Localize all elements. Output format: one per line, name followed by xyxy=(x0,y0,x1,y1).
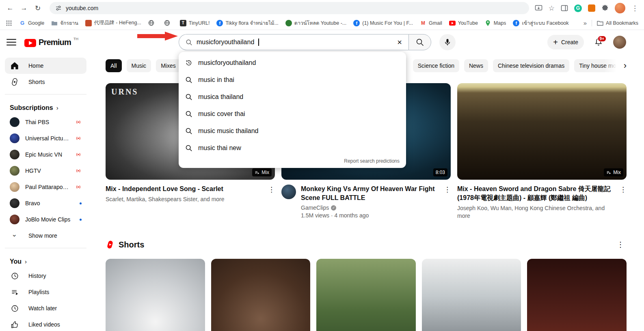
sidebar-channel-thai-pbs[interactable]: Thai PBS xyxy=(5,114,86,130)
logo-country-code: TH xyxy=(73,37,78,41)
sidebar-channel-bravo[interactable]: Bravo xyxy=(5,195,86,211)
mix-badge: Mix xyxy=(604,168,623,176)
sidebar-channel-paul-pattarapon[interactable]: Paul Pattarapon ... xyxy=(5,179,86,195)
search-suggestion[interactable]: music music thailand xyxy=(179,123,406,140)
logo-text: Premium xyxy=(39,38,71,47)
search-suggestion[interactable]: musicforyouthailand xyxy=(179,54,406,71)
video-menu-kebab[interactable]: ⋮ xyxy=(620,185,627,194)
bookmark-item[interactable]: TinyURL! xyxy=(180,20,210,26)
video-menu-kebab[interactable]: ⋮ xyxy=(268,185,275,194)
profile-avatar[interactable] xyxy=(613,36,626,49)
side-panel-icon[interactable] xyxy=(561,5,568,11)
sidebar-show-more[interactable]: › Show more xyxy=(5,228,86,244)
create-button[interactable]: + Create xyxy=(547,35,584,49)
bookmark-item[interactable]: ดาวน์โหลด Youtube -... xyxy=(285,19,346,27)
bookmark-item[interactable] xyxy=(148,20,157,26)
sidebar-channel-hgtv[interactable]: HGTV xyxy=(5,163,86,179)
chip-chinese-television-dramas[interactable]: Chinese television dramas xyxy=(493,59,569,72)
channel-name-row[interactable]: GameClips ✓ xyxy=(301,204,440,211)
menu-hamburger[interactable] xyxy=(6,39,16,45)
back-button[interactable]: ← xyxy=(4,2,16,14)
sidebar-item-shorts[interactable]: Shorts xyxy=(5,74,86,90)
short-thumbnail[interactable] xyxy=(211,259,311,331)
chip-mixes[interactable]: Mixes xyxy=(156,59,181,72)
text-caret xyxy=(258,39,259,46)
forward-button[interactable]: → xyxy=(18,2,30,14)
sidebar-item-history[interactable]: History xyxy=(5,268,86,284)
clear-search-button[interactable]: × xyxy=(395,38,404,47)
bookmark-item[interactable]: จักรยาน xyxy=(51,19,78,27)
bookmark-item[interactable]: (1) Music For You | F... xyxy=(353,20,413,26)
address-bar[interactable]: youtube.com xyxy=(50,2,529,14)
search-suggestions-dropdown: musicforyouthailand music in thai musica… xyxy=(179,52,406,168)
browser-profile-avatar[interactable] xyxy=(615,3,625,13)
short-thumbnail[interactable] xyxy=(527,259,627,331)
bookmark-item[interactable]: YouTube xyxy=(449,20,478,26)
notifications-button[interactable]: 9+ xyxy=(594,37,603,47)
sidebar-item-playlists[interactable]: Playlists xyxy=(5,284,86,300)
chip-all[interactable]: All xyxy=(106,59,122,72)
sidebar-channel-joblo-movie-clips[interactable]: JoBlo Movie Clips xyxy=(5,211,86,228)
you-section-header[interactable]: You › xyxy=(5,252,86,268)
chevron-right-icon: › xyxy=(25,258,27,265)
video-subtitle[interactable]: Scarlet, Martika, Shakespears Sister, an… xyxy=(106,196,225,203)
suggestion-text: music thai new xyxy=(198,144,241,152)
search-input[interactable]: musicforyouthailand xyxy=(197,39,254,46)
channel-avatar xyxy=(10,215,19,224)
chips-scroll-right-button[interactable]: › xyxy=(604,59,627,72)
extension-icon[interactable] xyxy=(588,4,595,12)
bookmark-item[interactable] xyxy=(164,20,173,26)
install-icon[interactable] xyxy=(535,5,542,12)
sidebar-channel-universal-pictures[interactable]: Universal Picture... xyxy=(5,130,86,146)
video-title[interactable]: Mix - Heaven Sword and Dragon Sabre 倚天屠龍… xyxy=(457,185,616,202)
bookmarks-overflow-chevron[interactable]: » xyxy=(583,19,587,26)
search-suggestion[interactable]: music cover thai xyxy=(179,105,406,123)
bookmark-item[interactable]: Tikky flora จำหน่ายไม้... xyxy=(216,19,278,27)
search-suggestion[interactable]: music thai new xyxy=(179,140,406,157)
browser-toolbar: ← → ↻ youtube.com ☆ ⋮ xyxy=(0,0,644,16)
bookmark-item[interactable]: เข้าสู่ระบบ Facebook xyxy=(513,19,568,27)
site-settings-icon xyxy=(55,5,62,11)
shorts-grid xyxy=(106,259,627,331)
grammarly-extension-icon[interactable] xyxy=(574,4,582,12)
short-thumbnail[interactable] xyxy=(316,259,416,331)
search-suggestion[interactable]: music in thai xyxy=(179,71,406,88)
short-thumbnail[interactable] xyxy=(106,259,205,331)
apps-grid-icon[interactable] xyxy=(6,20,12,26)
bookmark-item[interactable]: 代理品牌 - HeFeng... xyxy=(85,19,141,26)
video-card: Mix Mix - Heaven Sword and Dragon Sabre … xyxy=(457,83,627,220)
chip-news[interactable]: News xyxy=(464,59,488,72)
facebook-favicon xyxy=(513,20,519,26)
channel-avatar[interactable] xyxy=(281,185,296,199)
reload-button[interactable]: ↻ xyxy=(32,2,44,14)
short-thumbnail[interactable] xyxy=(422,259,521,331)
gmail-favicon xyxy=(420,20,426,26)
video-subtitle[interactable]: Joseph Koo, Wu Man, Hong Kong Chinese Or… xyxy=(457,204,616,220)
bookmark-item[interactable]: Google xyxy=(19,20,44,26)
sidebar-item-home[interactable]: Home xyxy=(5,58,86,74)
video-menu-kebab[interactable]: ⋮ xyxy=(444,185,451,194)
subscriptions-header[interactable]: Subscriptions › xyxy=(5,99,86,114)
extensions-puzzle-icon[interactable] xyxy=(601,4,609,12)
chip-science-fiction[interactable]: Science fiction xyxy=(413,59,459,72)
video-title[interactable]: Monkey King Vs Army Of Heaven War Fight … xyxy=(301,185,440,202)
bookmark-star-icon[interactable]: ☆ xyxy=(549,4,555,13)
chip-music[interactable]: Music xyxy=(127,59,151,72)
shorts-menu-kebab[interactable]: ⋮ xyxy=(617,240,627,249)
bookmark-item[interactable]: Maps xyxy=(485,20,506,26)
suggestion-text: music in thai xyxy=(198,76,234,84)
search-box[interactable]: musicforyouthailand × xyxy=(179,34,408,50)
video-title[interactable]: Mix - Independent Love Song - Scarlet xyxy=(106,185,225,193)
search-button[interactable] xyxy=(408,34,431,50)
bookmark-item[interactable]: Gmail xyxy=(420,20,442,26)
sidebar-item-liked-videos[interactable]: Liked videos xyxy=(5,316,86,331)
voice-search-button[interactable] xyxy=(439,34,456,50)
browser-menu-kebab[interactable]: ⋮ xyxy=(631,4,638,13)
youtube-premium-logo[interactable]: Premium TH xyxy=(24,38,78,47)
sidebar-item-watch-later[interactable]: Watch later xyxy=(5,300,86,316)
sidebar-channel-epic-music-vn[interactable]: Epic Music VN xyxy=(5,146,86,163)
all-bookmarks-button[interactable]: All Bookmarks xyxy=(597,20,638,26)
video-thumbnail[interactable]: Mix xyxy=(457,83,627,180)
report-search-predictions-link[interactable]: Report search predictions xyxy=(179,157,406,168)
search-suggestion[interactable]: musica thailand xyxy=(179,88,406,105)
